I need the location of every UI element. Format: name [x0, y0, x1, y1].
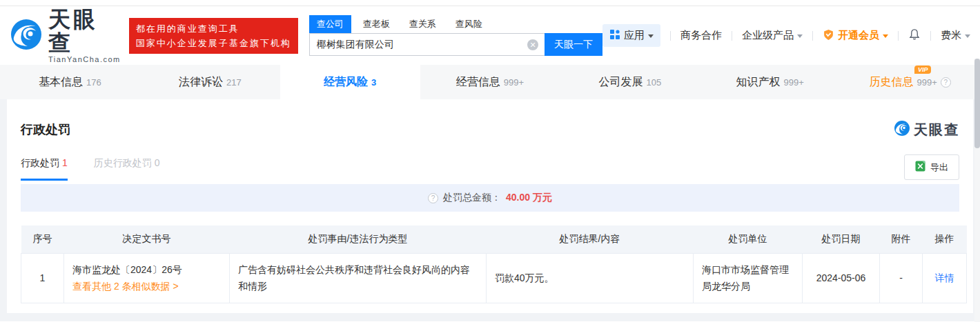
enterprise-products-label: 企业级产品	[742, 29, 794, 42]
apps-menu[interactable]: 应用	[602, 24, 660, 47]
export-button[interactable]: 导出	[904, 154, 959, 180]
divider	[732, 31, 732, 41]
table-header: 序号 决定文书号 处罚事由/违法行为类型 处罚结果/内容 处罚单位 处罚日期 附…	[21, 225, 967, 253]
user-menu[interactable]: 费米	[941, 29, 970, 42]
divider	[670, 31, 671, 41]
search-area: 查公司 查老板 查关系 查风险 ✕ 天眼一下	[309, 15, 602, 56]
help-icon[interactable]: ?	[428, 193, 438, 203]
bell-icon	[908, 28, 921, 43]
col-header-date: 处罚日期	[803, 225, 880, 253]
logo-domain: TianYanCha.com	[48, 55, 121, 63]
penalty-total-label: 处罚总金额：	[443, 192, 501, 204]
tab-history-info[interactable]: 历史信息 VIP 999+ ?	[840, 65, 980, 99]
header-right-nav: 应用 商务合作 企业级产品 开通会员	[602, 24, 970, 47]
tab-label: 知识产权	[736, 75, 781, 90]
search-button[interactable]: 天眼一下	[545, 33, 602, 56]
divider	[812, 31, 813, 41]
cell-attachment: -	[880, 253, 923, 303]
detail-link[interactable]: 详情	[935, 272, 954, 283]
divider	[898, 31, 899, 41]
search-tab-company[interactable]: 查公司	[309, 15, 351, 33]
search-tabs: 查公司 查老板 查关系 查风险	[309, 15, 602, 33]
cell-result: 罚款40万元。	[487, 253, 694, 303]
tab-count: 176	[86, 77, 101, 88]
cell-action: 详情	[923, 253, 967, 303]
tab-operating-info[interactable]: 经营信息 999+	[420, 65, 560, 99]
cell-index: 1	[21, 253, 64, 303]
search-tab-risk[interactable]: 查风险	[448, 15, 490, 33]
subtab-history-admin-penalty[interactable]: 历史行政处罚0	[94, 157, 160, 179]
username-label: 费米	[941, 29, 961, 42]
chevron-down-icon	[797, 34, 803, 41]
tab-count: 3	[371, 77, 376, 88]
biz-cooperation-link[interactable]: 商务合作	[680, 29, 722, 42]
search-input-wrap: ✕	[309, 33, 545, 56]
tab-label-wrap: 历史信息 VIP	[869, 75, 913, 90]
tab-count: 999+	[917, 77, 937, 88]
logo-text: 天眼查 TianYanCha.com	[48, 8, 121, 63]
slogan-line2: 国家中小企业发展子基金旗下机构	[136, 36, 291, 50]
notifications-button[interactable]	[908, 28, 921, 43]
page: 天眼查 TianYanCha.com 都在用的商业查询工具 国家中小企业发展子基…	[0, 0, 980, 322]
slogan-line1: 都在用的商业查询工具	[136, 21, 291, 36]
logo-title: 天眼查	[48, 8, 121, 54]
col-header-doc-no: 决定文书号	[64, 225, 230, 253]
cell-unit: 海口市市场监督管理局龙华分局	[694, 253, 803, 303]
help-icon[interactable]: ?	[941, 77, 951, 88]
open-vip-menu[interactable]: 开通会员	[823, 29, 888, 43]
tab-company-development[interactable]: 公司发展 105	[560, 65, 700, 99]
watermark-text: 天眼查	[914, 121, 959, 139]
tab-intellectual-property[interactable]: 知识产权 999+	[700, 65, 840, 99]
admin-penalty-card: 行政处罚 天眼查 行政处罚1	[7, 99, 973, 313]
brand-slogan-badge: 都在用的商业查询工具 国家中小企业发展子基金旗下机构	[129, 18, 298, 54]
top-divider	[0, 0, 980, 6]
col-header-action: 操作	[923, 225, 967, 253]
subtab-admin-penalty[interactable]: 行政处罚1	[21, 157, 68, 181]
tianyancha-swirl-icon	[10, 18, 43, 54]
tab-count: 217	[226, 77, 242, 88]
scrollbar-track[interactable]	[974, 59, 980, 322]
subtab-label: 历史行政处罚	[94, 157, 152, 168]
tab-label: 历史信息	[869, 76, 913, 88]
crown-icon	[823, 29, 834, 43]
tab-label: 经营信息	[456, 75, 500, 90]
tab-count: 999+	[784, 77, 804, 88]
col-header-index: 序号	[21, 225, 64, 253]
enterprise-products-menu[interactable]: 企业级产品	[742, 29, 803, 42]
apps-label: 应用	[624, 29, 645, 42]
chevron-down-icon	[965, 34, 970, 41]
clear-icon[interactable]: ✕	[527, 39, 538, 50]
tab-basic-info[interactable]: 基本信息 176	[0, 65, 140, 99]
tab-label: 经营风险	[324, 75, 368, 90]
watermark-logo: 天眼查	[894, 120, 959, 139]
tianyancha-logo[interactable]: 天眼查 TianYanCha.com	[10, 8, 121, 63]
tab-operating-risk[interactable]: 经营风险 3	[280, 65, 420, 99]
export-label: 导出	[930, 161, 948, 174]
page-body: 行政处罚 天眼查 行政处罚1	[0, 99, 980, 321]
scrollbar-thumb[interactable]	[974, 59, 980, 148]
tab-legal-proceedings[interactable]: 法律诉讼 217	[140, 65, 280, 99]
similar-data-link[interactable]: 查看其他 2 条相似数据 >	[72, 278, 221, 294]
tab-label: 基本信息	[39, 75, 83, 90]
subtab-count: 0	[155, 157, 160, 168]
cell-date: 2024-05-06	[803, 253, 880, 303]
col-header-unit: 处罚单位	[694, 225, 803, 253]
search-tab-relation[interactable]: 查关系	[402, 15, 444, 33]
page-title: 行政处罚	[21, 121, 70, 138]
search-input[interactable]	[310, 34, 545, 55]
search-tab-boss[interactable]: 查老板	[355, 15, 398, 33]
chevron-down-icon	[648, 34, 654, 41]
penalty-table: 序号 决定文书号 处罚事由/违法行为类型 处罚结果/内容 处罚单位 处罚日期 附…	[21, 225, 967, 303]
doc-no-text: 海市监龙处〔2024〕26号	[72, 261, 221, 278]
search-row: ✕ 天眼一下	[309, 33, 602, 56]
card-head: 行政处罚 天眼查	[21, 99, 959, 139]
tab-label: 公司发展	[599, 75, 643, 90]
subtab-count: 1	[62, 157, 68, 168]
col-header-result: 处罚结果/内容	[487, 225, 694, 253]
tianyancha-swirl-icon	[894, 120, 910, 139]
divider	[930, 31, 931, 41]
tab-count: 105	[647, 77, 662, 88]
excel-icon	[915, 161, 925, 174]
tab-label: 法律诉讼	[179, 75, 223, 90]
chevron-down-icon	[883, 34, 888, 41]
